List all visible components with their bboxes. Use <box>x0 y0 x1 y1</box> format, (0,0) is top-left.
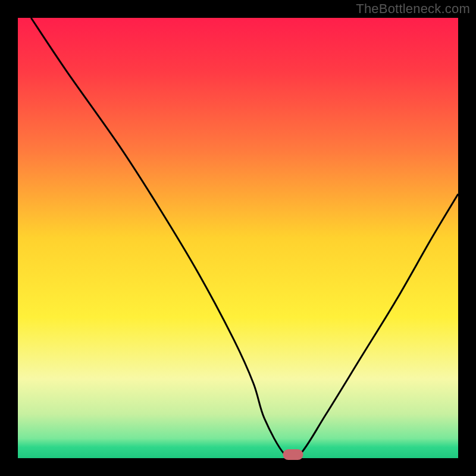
bottleneck-chart <box>0 0 476 476</box>
chart-container: TheBottleneck.com <box>0 0 476 476</box>
optimum-marker <box>283 449 303 460</box>
plot-background <box>18 18 458 458</box>
watermark-text: TheBottleneck.com <box>356 1 470 17</box>
